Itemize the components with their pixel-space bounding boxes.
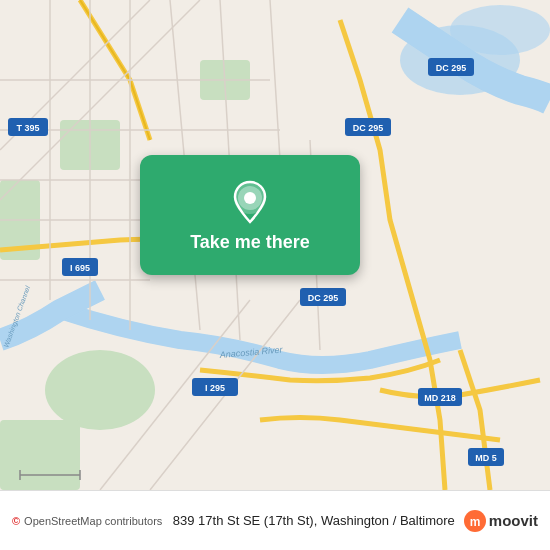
map-container: T 395 I 695 DC 295 DC 295 DC 295 I 295 M… xyxy=(0,0,550,550)
take-me-there-label: Take me there xyxy=(190,232,310,253)
svg-text:DC 295: DC 295 xyxy=(308,293,339,303)
svg-text:m: m xyxy=(469,515,480,529)
moovit-logo: m moovit xyxy=(463,509,538,533)
moovit-text: moovit xyxy=(489,512,538,529)
svg-text:I 295: I 295 xyxy=(205,383,225,393)
svg-text:MD 5: MD 5 xyxy=(475,453,497,463)
location-pin-icon xyxy=(230,178,270,226)
address-text: 839 17th St SE (17th St), Washington / B… xyxy=(173,513,455,528)
moovit-icon: m xyxy=(463,509,487,533)
bottom-bar: © OpenStreetMap contributors 839 17th St… xyxy=(0,490,550,550)
osm-logo: © xyxy=(12,515,20,527)
svg-point-47 xyxy=(244,192,256,204)
osm-credit: OpenStreetMap contributors xyxy=(24,515,165,527)
svg-text:T 395: T 395 xyxy=(16,123,39,133)
svg-text:DC 295: DC 295 xyxy=(353,123,384,133)
svg-text:DC 295: DC 295 xyxy=(436,63,467,73)
svg-rect-7 xyxy=(0,420,80,490)
svg-text:I 695: I 695 xyxy=(70,263,90,273)
svg-text:MD 218: MD 218 xyxy=(424,393,456,403)
svg-point-6 xyxy=(45,350,155,430)
take-me-there-button[interactable]: Take me there xyxy=(140,155,360,275)
